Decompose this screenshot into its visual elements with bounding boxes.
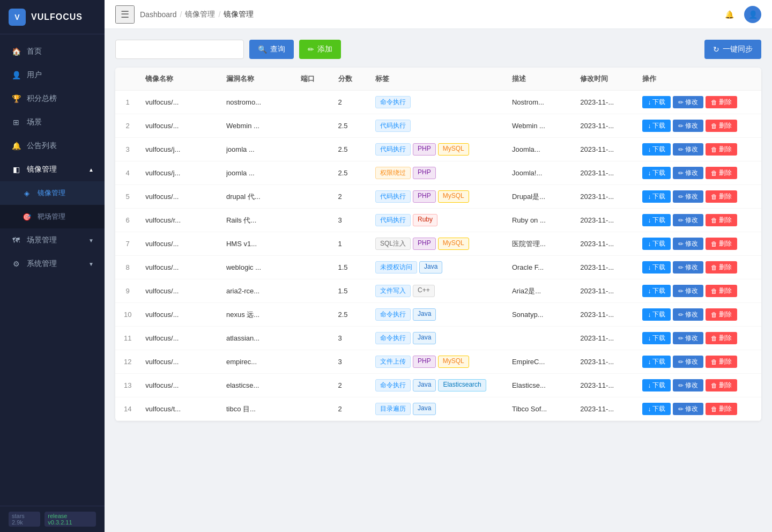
edit-icon: ✏ [678, 146, 684, 153]
download-button[interactable]: ↓ 下载 [642, 285, 671, 297]
trash-icon: 🗑 [711, 335, 717, 342]
row-image: vulfocus/... [140, 232, 221, 256]
download-button[interactable]: ↓ 下载 [642, 120, 671, 132]
edit-button[interactable]: ✏ 修改 [673, 332, 703, 344]
row-tags: 代码执行Ruby [370, 209, 507, 232]
table-row: 10 vulfocus/... nexus 远... 2.5 命令执行Java … [115, 303, 761, 327]
edit-icon: ✏ [678, 122, 684, 130]
download-button[interactable]: ↓ 下载 [642, 96, 671, 108]
row-time: 2023-11-... [575, 350, 637, 374]
edit-icon: ✏ [678, 287, 684, 295]
delete-button[interactable]: 🗑 删除 [706, 214, 737, 226]
tag: PHP [413, 190, 436, 203]
delete-button[interactable]: 🗑 删除 [706, 285, 737, 297]
layers-icon: ◧ [11, 164, 21, 175]
image-submenu: ◈ 镜像管理 🎯 靶场管理 [0, 181, 105, 228]
sidebar-item-sys-mgmt[interactable]: ⚙ 系统管理 ▼ [0, 252, 105, 276]
edit-button[interactable]: ✏ 修改 [673, 120, 703, 132]
row-vuln: Rails 代... [221, 209, 295, 232]
edit-button[interactable]: ✏ 修改 [673, 143, 703, 156]
edit-icon: ✏ [678, 240, 684, 248]
row-tags: 代码执行 [370, 114, 507, 138]
edit-button[interactable]: ✏ 修改 [673, 190, 703, 203]
download-button[interactable]: ↓ 下载 [642, 190, 671, 203]
delete-button[interactable]: 🗑 删除 [706, 332, 737, 344]
download-button[interactable]: ↓ 下载 [642, 167, 671, 179]
download-icon: ↓ [648, 122, 651, 130]
row-vuln: joomla ... [221, 138, 295, 161]
row-desc: Oracle F... [507, 256, 575, 279]
delete-button[interactable]: 🗑 删除 [706, 167, 737, 179]
edit-button[interactable]: ✏ 修改 [673, 356, 703, 368]
table-row: 8 vulfocus/... weblogic ... 1.5 未授权访问Jav… [115, 256, 761, 279]
delete-button[interactable]: 🗑 删除 [706, 379, 737, 391]
download-button[interactable]: ↓ 下载 [642, 214, 671, 226]
sidebar-item-image-mgmt[interactable]: ◧ 镜像管理 ▲ [0, 158, 105, 181]
col-header-image: 镜像名称 [140, 68, 221, 91]
sidebar-item-image-list[interactable]: ◈ 镜像管理 [0, 181, 105, 205]
menu-toggle-button[interactable]: ☰ [115, 5, 135, 24]
delete-button[interactable]: 🗑 删除 [706, 96, 737, 108]
add-icon: ✏ [308, 45, 314, 54]
user-icon: 👤 [11, 70, 21, 80]
edit-button[interactable]: ✏ 修改 [673, 403, 703, 415]
download-button[interactable]: ↓ 下载 [642, 308, 671, 321]
edit-button[interactable]: ✏ 修改 [673, 238, 703, 250]
edit-button[interactable]: ✏ 修改 [673, 308, 703, 321]
edit-button[interactable]: ✏ 修改 [673, 96, 703, 108]
query-button[interactable]: 🔍 查询 [249, 40, 294, 59]
download-button[interactable]: ↓ 下载 [642, 261, 671, 274]
search-input[interactable] [115, 40, 244, 59]
delete-button[interactable]: 🗑 删除 [706, 120, 737, 132]
download-button[interactable]: ↓ 下载 [642, 356, 671, 368]
row-score: 2 [333, 91, 370, 114]
row-ops: ↓ 下载 ✏ 修改 🗑 删除 [637, 185, 761, 209]
edit-button[interactable]: ✏ 修改 [673, 285, 703, 297]
breadcrumb-image-mgmt[interactable]: 镜像管理 [185, 10, 215, 19]
tag: Java [413, 308, 436, 321]
download-button[interactable]: ↓ 下载 [642, 332, 671, 344]
sidebar-item-notice[interactable]: 🔔 公告列表 [0, 134, 105, 158]
trash-icon: 🗑 [711, 169, 717, 177]
col-header-port: 端口 [295, 68, 333, 91]
delete-button[interactable]: 🗑 删除 [706, 238, 737, 250]
sidebar-item-target-mgmt[interactable]: 🎯 靶场管理 [0, 205, 105, 228]
add-button[interactable]: ✏ 添加 [299, 40, 341, 59]
row-num: 14 [115, 397, 140, 421]
row-score: 1.5 [333, 279, 370, 303]
edit-button[interactable]: ✏ 修改 [673, 167, 703, 179]
tag: 目录遍历 [375, 403, 411, 415]
row-tags: 命令执行JavaElasticsearch [370, 374, 507, 397]
delete-button[interactable]: 🗑 删除 [706, 190, 737, 203]
edit-button[interactable]: ✏ 修改 [673, 261, 703, 274]
delete-button[interactable]: 🗑 删除 [706, 308, 737, 321]
sidebar-item-scene[interactable]: ⊞ 场景 [0, 110, 105, 134]
tag: 文件上传 [375, 356, 411, 368]
notification-button[interactable]: 🔔 [721, 6, 738, 23]
sidebar-item-user[interactable]: 👤 用户 [0, 63, 105, 87]
row-num: 10 [115, 303, 140, 327]
breadcrumb-dashboard[interactable]: Dashboard [140, 10, 177, 19]
delete-button[interactable]: 🗑 删除 [706, 143, 737, 156]
sidebar-item-scene-mgmt[interactable]: 🗺 场景管理 ▼ [0, 228, 105, 252]
row-ops: ↓ 下载 ✏ 修改 🗑 删除 [637, 114, 761, 138]
trash-icon: 🗑 [711, 264, 717, 271]
row-score: 2 [333, 185, 370, 209]
edit-button[interactable]: ✏ 修改 [673, 379, 703, 391]
sync-button[interactable]: ↻ 一键同步 [704, 40, 761, 59]
row-tags: 文件上传PHPMySQL [370, 350, 507, 374]
delete-button[interactable]: 🗑 删除 [706, 261, 737, 274]
delete-button[interactable]: 🗑 删除 [706, 356, 737, 368]
download-button[interactable]: ↓ 下载 [642, 238, 671, 250]
sidebar-item-home[interactable]: 🏠 首页 [0, 40, 105, 63]
edit-button[interactable]: ✏ 修改 [673, 214, 703, 226]
delete-button[interactable]: 🗑 删除 [706, 403, 737, 415]
table-body: 1 vulfocus/... nostromo... 2 命令执行 Nostro… [115, 91, 761, 421]
download-button[interactable]: ↓ 下载 [642, 403, 671, 415]
col-header-desc: 描述 [507, 68, 575, 91]
sidebar-item-score[interactable]: 🏆 积分总榜 [0, 87, 105, 110]
avatar[interactable]: 👤 [744, 6, 761, 23]
download-button[interactable]: ↓ 下载 [642, 143, 671, 156]
download-button[interactable]: ↓ 下载 [642, 379, 671, 391]
tag: 未授权访问 [375, 261, 417, 274]
